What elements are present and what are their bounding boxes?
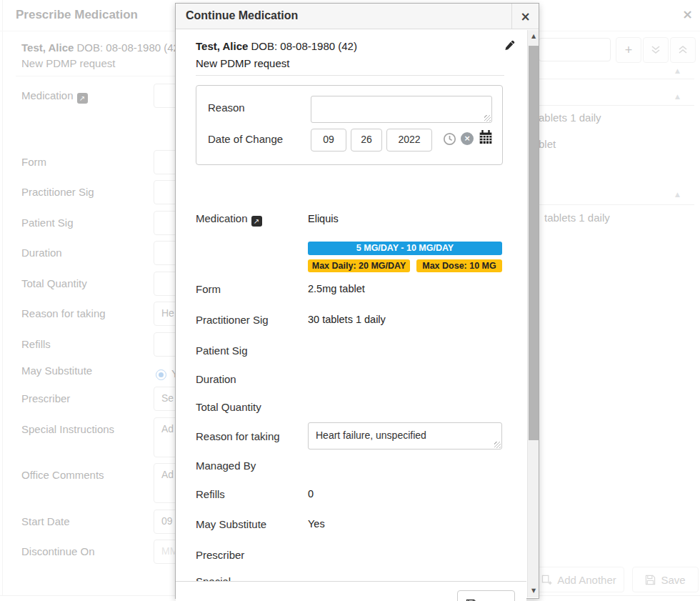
scroll-up-icon[interactable]: ▲	[528, 30, 539, 43]
reason-for-taking-label: Reason for taking	[196, 430, 280, 442]
divider	[196, 75, 504, 76]
save-label: Save	[482, 599, 506, 601]
scrollbar-thumb[interactable]	[529, 46, 539, 440]
form-label: Form	[196, 283, 221, 295]
patient-dob: DOB: 08-08-1980 (42)	[251, 40, 357, 52]
date-of-change-label: Date of Change	[208, 133, 283, 145]
total-quantity-label: Total Quantity	[196, 401, 261, 413]
edit-pencil-icon[interactable]	[504, 40, 515, 54]
calendar-icon[interactable]	[479, 130, 493, 146]
day-input[interactable]: 26	[351, 129, 382, 152]
reason-for-taking-textarea[interactable]: Heart failure, unspecified	[308, 422, 502, 449]
prescriber-label: Prescriber	[196, 549, 244, 561]
form-value: 2.5mg tablet	[308, 283, 365, 294]
pdmp-request-link[interactable]: New PDMP request	[196, 57, 289, 69]
year-input[interactable]: 2022	[386, 129, 432, 152]
reason-textarea[interactable]	[311, 96, 492, 123]
patient-name: Test, Alice	[196, 40, 248, 52]
modal-scrollbar[interactable]: ▲ ▼	[527, 30, 539, 597]
modal-footer: Save	[176, 581, 526, 601]
external-link-icon[interactable]: ↗	[251, 216, 262, 227]
reason-label: Reason	[208, 101, 245, 114]
save-button[interactable]: Save	[457, 590, 515, 601]
refills-value: 0	[308, 488, 314, 500]
continue-medication-modal: Continue Medication × Test, Alice DOB: 0…	[175, 3, 539, 599]
max-dose-badge: Max Dose: 10 MG	[416, 259, 502, 272]
reason-box: Reason Date of Change 09 26 2022 ×	[196, 85, 503, 165]
medication-label: Medication↗	[196, 212, 262, 227]
resize-handle[interactable]	[484, 115, 491, 121]
patient-info: Test, Alice DOB: 08-08-1980 (42)	[196, 40, 357, 52]
clear-date-icon[interactable]: ×	[461, 132, 474, 145]
managed-by-label: Managed By	[196, 460, 256, 472]
may-substitute-label: May Substitute	[196, 518, 266, 530]
close-icon[interactable]: ×	[511, 4, 539, 29]
medication-value: Eliquis	[308, 213, 339, 224]
scroll-down-icon[interactable]: ▼	[528, 585, 539, 597]
practitioner-sig-label: Practitioner Sig	[196, 314, 269, 326]
field-label: Medication	[196, 212, 248, 224]
max-daily-badge: Max Daily: 20 MG/DAY	[308, 259, 410, 272]
month-input[interactable]: 09	[311, 129, 346, 152]
dose-range-badge: 5 MG/DAY - 10 MG/DAY	[308, 242, 502, 255]
may-substitute-value: Yes	[308, 518, 325, 530]
modal-body: Test, Alice DOB: 08-08-1980 (42) New PDM…	[176, 30, 526, 598]
modal-header: Continue Medication ×	[176, 4, 539, 29]
clock-icon[interactable]	[443, 132, 456, 149]
resize-handle[interactable]	[494, 442, 501, 448]
duration-label: Duration	[196, 373, 236, 385]
modal-title: Continue Medication	[186, 9, 298, 22]
patient-sig-label: Patient Sig	[196, 344, 248, 357]
refills-label: Refills	[196, 488, 225, 500]
practitioner-sig-value: 30 tablets 1 daily	[308, 314, 386, 325]
